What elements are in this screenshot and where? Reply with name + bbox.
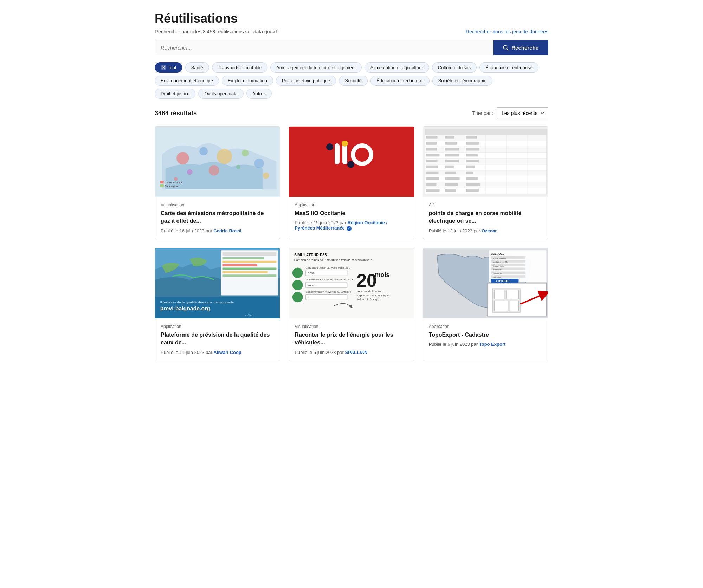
- filter-chip-culture[interactable]: Culture et loisirs: [432, 62, 477, 73]
- svg-rect-93: [426, 172, 439, 174]
- card-title: points de charge en corse mobilité élect…: [429, 209, 542, 225]
- results-count: 3464 résultats: [155, 110, 197, 117]
- svg-rect-35: [466, 136, 477, 139]
- filter-chip-label: Outils open data: [204, 91, 238, 96]
- svg-rect-133: [222, 264, 257, 266]
- filter-chip-label: Éducation et recherche: [376, 78, 424, 83]
- card-title: MaaS liO Occitanie: [295, 209, 408, 217]
- svg-line-1: [507, 49, 508, 50]
- svg-text:SP98: SP98: [308, 272, 315, 275]
- filter-chip-label: Culture et loisirs: [438, 65, 471, 70]
- sort-row: Trier par : Les plus récents: [472, 107, 548, 119]
- svg-point-17: [326, 143, 333, 150]
- card-image-card-3: [423, 127, 548, 197]
- dataset-search-link[interactable]: Rechercher dans les jeux de données: [466, 29, 548, 34]
- svg-rect-103: [426, 177, 439, 180]
- svg-point-22: [355, 148, 369, 162]
- filter-chip-education[interactable]: Éducation et recherche: [370, 76, 430, 86]
- svg-rect-53: [426, 148, 437, 151]
- card-card-4[interactable]: Prévision de la qualité des eaux de baig…: [155, 248, 280, 361]
- filter-chip-politique[interactable]: Politique et vie publique: [276, 76, 336, 86]
- card-image-card-2: [289, 127, 414, 197]
- filter-chip-economie[interactable]: Économie et entreprise: [479, 62, 538, 73]
- card-type: API: [429, 202, 542, 207]
- card-published: Publié le 6 juin 2023 par: [429, 342, 479, 347]
- search-button[interactable]: Recherche: [493, 40, 548, 55]
- filter-chip-outils[interactable]: Outils open data: [198, 89, 244, 99]
- svg-text:20000: 20000: [308, 284, 316, 287]
- svg-rect-165: [494, 301, 508, 311]
- svg-rect-115: [466, 183, 479, 186]
- card-card-5[interactable]: SIMULATEUR E85 Combien de temps pour amo…: [289, 248, 414, 361]
- filter-chip-droit[interactable]: Droit et justice: [155, 89, 195, 99]
- card-author[interactable]: Topo Export: [479, 342, 506, 347]
- card-published: Publié le 16 juin 2023 par: [161, 228, 213, 233]
- card-meta: Publié le 6 juin 2023 par Topo Export: [429, 342, 542, 347]
- card-card-3[interactable]: APIpoints de charge en corse mobilité él…: [423, 126, 548, 239]
- results-header: 3464 résultats Trier par : Les plus réce…: [155, 107, 548, 119]
- svg-rect-135: [222, 271, 267, 273]
- svg-rect-105: [466, 177, 478, 180]
- card-author[interactable]: SPALLIAN: [345, 350, 367, 355]
- svg-point-146: [292, 292, 303, 302]
- card-title: TopoExport - Cadastre: [429, 331, 542, 339]
- svg-text:voiture et d'usage...: voiture et d'usage...: [357, 298, 381, 301]
- card-image-card-6: CALQUES Image satellite Modélisation 3D …: [423, 248, 548, 318]
- sort-select[interactable]: Les plus récents: [497, 107, 548, 119]
- filter-chip-label: Société et démographie: [438, 78, 486, 83]
- card-image-card-4: Prévision de la qualité des eaux de baig…: [155, 248, 280, 318]
- filter-chip-emploi[interactable]: Emploi et formation: [222, 76, 273, 86]
- card-published: Publié le 15 juin 2023 par: [295, 220, 347, 225]
- svg-rect-125: [466, 189, 479, 192]
- svg-rect-13: [160, 181, 164, 183]
- filter-chip-label: Droit et justice: [161, 91, 189, 96]
- card-meta: Publié le 12 juin 2023 par Ozecar: [429, 228, 542, 233]
- filter-row-3: Droit et justiceOutils open dataAutres: [155, 89, 548, 99]
- card-author[interactable]: Cedric Rossi: [213, 228, 241, 233]
- svg-text:ciQem: ciQem: [245, 314, 254, 317]
- card-card-1[interactable]: Ciment et chaux Combustion Visualisation…: [155, 126, 280, 239]
- card-published: Publié le 11 juin 2023 par: [161, 350, 213, 355]
- svg-rect-55: [466, 148, 479, 151]
- svg-text:4: 4: [308, 296, 310, 299]
- svg-rect-64: [445, 154, 459, 156]
- search-input[interactable]: [155, 40, 493, 55]
- card-title: Plateforme de prévision de la qualité de…: [161, 331, 274, 347]
- svg-text:pour amortir la conv...: pour amortir la conv...: [357, 289, 383, 292]
- filter-chip-label: Sécurité: [345, 78, 362, 83]
- filter-chip-securite[interactable]: Sécurité: [339, 76, 368, 86]
- card-type: Visualisation: [161, 202, 274, 207]
- card-type: Application: [295, 202, 408, 207]
- card-card-6[interactable]: CALQUES Image satellite Modélisation 3D …: [423, 248, 548, 361]
- svg-text:Nombre de kilomètres parcourus: Nombre de kilomètres parcourus par an :: [306, 278, 356, 281]
- svg-point-23: [347, 161, 354, 168]
- filter-chip-societe[interactable]: Société et démographie: [432, 76, 492, 86]
- card-author[interactable]: Akwari Coop: [213, 350, 241, 355]
- card-type: Application: [429, 324, 542, 329]
- card-type: Visualisation: [295, 324, 408, 329]
- svg-point-10: [254, 159, 264, 168]
- sort-label: Trier par :: [472, 110, 494, 116]
- svg-rect-15: [160, 184, 164, 187]
- svg-point-5: [217, 149, 232, 164]
- svg-text:Parcelles: Parcelles: [492, 276, 501, 278]
- filter-chip-tout[interactable]: ✕Tout: [155, 62, 182, 73]
- filter-chip-sante[interactable]: Santé: [185, 62, 209, 73]
- svg-text:Transports: Transports: [492, 269, 502, 271]
- filter-chip-transports[interactable]: Transports et mobilité: [212, 62, 268, 73]
- filter-chip-amenagement[interactable]: Aménagement du territoire et logement: [270, 62, 361, 73]
- filter-chip-alimentation[interactable]: Alimentation et agriculture: [365, 62, 429, 73]
- filter-row-1: ✕ToutSantéTransports et mobilitéAménagem…: [155, 62, 548, 73]
- svg-point-9: [236, 165, 240, 169]
- svg-rect-164: [507, 290, 519, 299]
- page-subtitle: Rechercher parmi les 3 458 réutilisation…: [155, 29, 279, 34]
- filter-chip-environnement[interactable]: Environnement et énergie: [155, 76, 219, 86]
- svg-rect-95: [466, 172, 473, 174]
- cards-grid: Ciment et chaux Combustion Visualisation…: [155, 126, 548, 361]
- filter-chip-autres[interactable]: Autres: [246, 89, 272, 99]
- card-card-2[interactable]: ApplicationMaaS liO OccitaniePublié le 1…: [289, 126, 414, 239]
- card-author[interactable]: Ozecar: [482, 228, 497, 233]
- svg-rect-94: [445, 172, 456, 174]
- card-published: Publié le 6 juin 2023 par: [295, 350, 345, 355]
- svg-rect-113: [426, 183, 437, 186]
